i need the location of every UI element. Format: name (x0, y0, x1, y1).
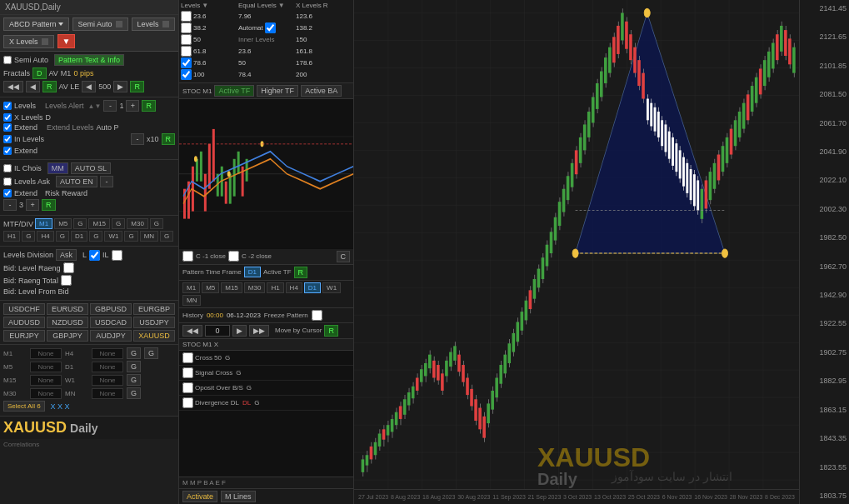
extend-checkbox-1[interactable] (3, 123, 12, 132)
levels-ask-checkbox[interactable] (3, 177, 12, 186)
tf-d1[interactable]: D1 (71, 231, 87, 242)
divergence-label[interactable]: Divergence DL (182, 397, 239, 408)
automat-cb[interactable] (265, 22, 276, 33)
ptf-m1[interactable]: M1 (182, 282, 200, 293)
cur-eurgbp[interactable]: EURGBP (133, 303, 175, 315)
extend-check-2[interactable]: Extend (3, 147, 37, 155)
cur-nzdusd[interactable]: NZDUSD (47, 317, 88, 328)
prev-btn-2[interactable]: ◀ (26, 81, 40, 92)
il-checkbox[interactable] (112, 250, 122, 261)
av-le-next[interactable]: ▶ (113, 81, 127, 92)
hist-first[interactable]: ◀◀ (182, 325, 202, 337)
bid-raeng-checkbox[interactable] (63, 262, 74, 273)
tf-m1[interactable]: M1 (35, 218, 52, 229)
ptf-mn[interactable]: MN (182, 295, 201, 306)
tf-m15-mtf[interactable]: M15 (88, 218, 110, 229)
cur-gbpjpy[interactable]: GBPJPY (47, 330, 88, 342)
tf-w1[interactable]: W1 (104, 231, 122, 242)
in-levels-check[interactable]: In Levels (3, 135, 44, 143)
fractals-d-btn[interactable]: D (32, 67, 47, 79)
extend-check-1[interactable]: Extend (3, 123, 37, 132)
cur-eurjpy[interactable]: EURJPY (3, 330, 45, 342)
tf-mn[interactable]: MN (140, 231, 158, 242)
higher-tf-btn[interactable]: Higher TF (257, 85, 298, 97)
cross50-label[interactable]: Cross 50 (182, 352, 222, 363)
active-tf-btn[interactable]: Active TF (214, 85, 254, 97)
tf-g4[interactable]: G (22, 231, 35, 242)
ptf-d1-2[interactable]: D1 (304, 282, 321, 293)
oposit-cb[interactable] (182, 382, 193, 393)
levels-checkbox[interactable] (3, 102, 12, 110)
select-all-btn[interactable]: Select All 6 (3, 401, 45, 412)
levels-alert-plus[interactable]: + (126, 100, 139, 112)
tf-h1[interactable]: H1 (3, 231, 20, 242)
ind-mn-right[interactable]: None (92, 388, 123, 399)
l-checkbox[interactable] (89, 250, 100, 261)
oposit-label[interactable]: Oposit Over B/S (182, 382, 243, 393)
ind-m30-left[interactable]: None (30, 388, 62, 399)
pattern-r[interactable]: R (294, 267, 308, 278)
ptf-m15[interactable]: M15 (221, 282, 242, 293)
hist-r[interactable]: R (324, 325, 338, 337)
ptf-h1[interactable]: H1 (267, 282, 283, 293)
divergence-cb[interactable] (182, 397, 193, 408)
level-3-cb[interactable] (181, 34, 192, 45)
ind-m15-left[interactable]: None (30, 375, 62, 386)
m-lines-btn[interactable]: M Lines (221, 491, 256, 502)
cur-gbpusd[interactable]: GBPUSD (90, 303, 132, 315)
c-btn[interactable]: C (337, 251, 351, 262)
ind-d1-right[interactable]: None (92, 362, 123, 372)
levels-alert-r[interactable]: R (142, 100, 156, 112)
tf-g1[interactable]: G (73, 218, 87, 229)
ind-w1-right[interactable]: None (92, 375, 123, 386)
auto-sl-btn[interactable]: AUTO SL (71, 162, 111, 174)
ptf-m5[interactable]: M5 (202, 282, 219, 293)
levels-ask-check[interactable]: Levels Ask (3, 177, 50, 186)
semi-auto-btn[interactable]: Semi Auto (72, 17, 128, 31)
bid-total-checkbox[interactable] (61, 275, 72, 286)
semi-auto-check[interactable]: Semi Auto (3, 56, 48, 64)
levels-btn[interactable]: Levels (132, 17, 175, 31)
level-5-cb[interactable] (181, 57, 192, 68)
r-btn-2[interactable]: R (130, 81, 144, 92)
tf-h4[interactable]: H4 (37, 231, 53, 242)
tf-g7[interactable]: G (124, 231, 137, 242)
cur-usdjpy[interactable]: USDJPY (133, 317, 175, 328)
il-chois-checkbox[interactable] (3, 164, 12, 172)
ptf-m30[interactable]: M30 (244, 282, 266, 293)
hist-last[interactable]: ▶▶ (249, 325, 269, 337)
signal-cross-label[interactable]: Signal Cross (182, 367, 232, 378)
tf-m30-mtf[interactable]: M30 (127, 218, 148, 229)
ptf-h4[interactable]: H4 (286, 282, 302, 293)
auto-en-btn[interactable]: AUTO EN (56, 176, 97, 187)
rr-plus[interactable]: + (26, 199, 39, 211)
level-4-cb[interactable] (181, 46, 192, 57)
cur-eurusd[interactable]: EURUSD (47, 303, 88, 315)
cross50-cb[interactable] (182, 352, 193, 363)
cur-audjpy[interactable]: AUDJPY (90, 330, 132, 342)
in-levels-checkbox[interactable] (3, 135, 12, 143)
hist-input[interactable] (205, 325, 230, 337)
tf-g5[interactable]: G (56, 231, 69, 242)
av-le-prev[interactable]: ◀ (82, 81, 96, 92)
signal-cross-cb[interactable] (182, 367, 193, 378)
in-levels-minus[interactable]: - (131, 133, 144, 145)
x-levels-check[interactable]: X Levels (3, 113, 43, 122)
level-6-cb[interactable] (181, 69, 192, 80)
ind-h4-right[interactable]: None (92, 348, 123, 359)
ind-m1-left[interactable]: None (30, 348, 62, 359)
tf-g6[interactable]: G (89, 231, 102, 242)
levels-check[interactable]: Levels (3, 102, 36, 110)
rr-minus[interactable]: - (3, 199, 17, 211)
arrow-btn[interactable]: ▼ (57, 34, 76, 48)
level-2-cb[interactable] (181, 22, 192, 33)
levels-alert-minus[interactable]: - (103, 100, 117, 112)
tf-g8[interactable]: G (160, 231, 173, 242)
freeze-checkbox[interactable] (312, 310, 322, 321)
x-levels-btn[interactable]: X Levels (3, 35, 54, 48)
activate-btn[interactable]: Activate (182, 491, 217, 502)
x-levels-checkbox[interactable] (3, 113, 12, 122)
hist-next[interactable]: ▶ (232, 325, 247, 337)
extend-checkbox-2[interactable] (3, 147, 12, 155)
mm-btn[interactable]: MM (47, 162, 68, 174)
